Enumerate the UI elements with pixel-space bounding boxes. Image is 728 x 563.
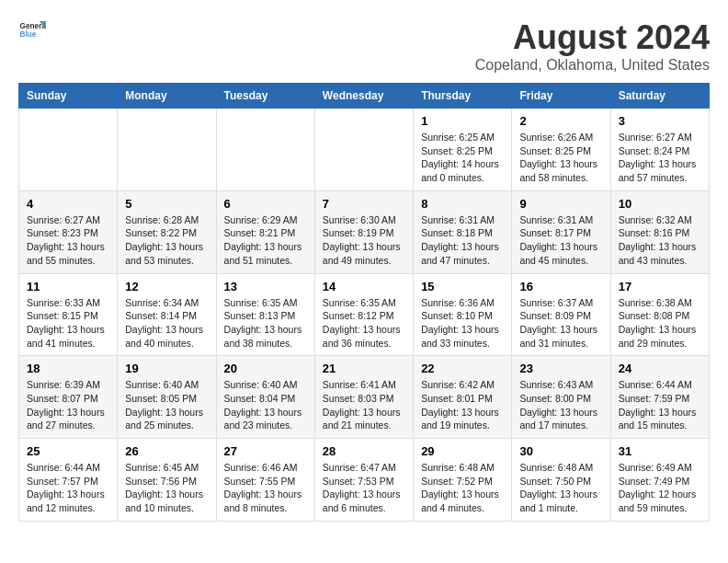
- calendar-cell: 21Sunrise: 6:41 AM Sunset: 8:03 PM Dayli…: [314, 356, 413, 439]
- calendar-cell: [314, 109, 413, 191]
- weekday-header-sunday: Sunday: [19, 84, 118, 109]
- day-number: 15: [421, 280, 504, 293]
- day-info: Sunrise: 6:44 AM Sunset: 7:57 PM Dayligh…: [27, 461, 109, 515]
- calendar-cell: 26Sunrise: 6:45 AM Sunset: 7:56 PM Dayli…: [118, 439, 216, 522]
- calendar-cell: 13Sunrise: 6:35 AM Sunset: 8:13 PM Dayli…: [216, 273, 314, 356]
- day-number: 20: [224, 362, 307, 375]
- weekday-header-tuesday: Tuesday: [216, 84, 314, 109]
- day-number: 2: [519, 114, 602, 128]
- day-info: Sunrise: 6:35 AM Sunset: 8:13 PM Dayligh…: [224, 296, 307, 350]
- day-number: 27: [224, 444, 307, 458]
- day-number: 29: [421, 444, 504, 458]
- main-title: August 2024: [475, 18, 710, 57]
- day-info: Sunrise: 6:42 AM Sunset: 8:01 PM Dayligh…: [421, 378, 504, 432]
- title-area: August 2024 Copeland, Oklahoma, United S…: [475, 18, 710, 74]
- calendar-cell: 16Sunrise: 6:37 AM Sunset: 8:09 PM Dayli…: [512, 273, 610, 356]
- day-number: 14: [323, 280, 405, 293]
- day-info: Sunrise: 6:25 AM Sunset: 8:25 PM Dayligh…: [421, 131, 504, 185]
- weekday-header-wednesday: Wednesday: [314, 84, 413, 109]
- calendar-week-1: 1Sunrise: 6:25 AM Sunset: 8:25 PM Daylig…: [19, 109, 710, 191]
- calendar-cell: 27Sunrise: 6:46 AM Sunset: 7:55 PM Dayli…: [216, 439, 314, 522]
- calendar-cell: 1Sunrise: 6:25 AM Sunset: 8:25 PM Daylig…: [414, 109, 512, 191]
- header: General Blue August 2024 Copeland, Oklah…: [18, 18, 710, 74]
- calendar-cell: 2Sunrise: 6:26 AM Sunset: 8:25 PM Daylig…: [512, 109, 610, 191]
- calendar-cell: 7Sunrise: 6:30 AM Sunset: 8:19 PM Daylig…: [314, 190, 413, 273]
- day-number: 25: [27, 444, 109, 458]
- calendar-week-4: 18Sunrise: 6:39 AM Sunset: 8:07 PM Dayli…: [19, 356, 710, 439]
- calendar-cell: 17Sunrise: 6:38 AM Sunset: 8:08 PM Dayli…: [610, 273, 709, 356]
- day-info: Sunrise: 6:27 AM Sunset: 8:23 PM Dayligh…: [27, 213, 109, 268]
- day-info: Sunrise: 6:43 AM Sunset: 8:00 PM Dayligh…: [519, 378, 602, 432]
- calendar-cell: 11Sunrise: 6:33 AM Sunset: 8:15 PM Dayli…: [19, 273, 118, 356]
- calendar-cell: 29Sunrise: 6:48 AM Sunset: 7:52 PM Dayli…: [414, 439, 512, 522]
- day-info: Sunrise: 6:46 AM Sunset: 7:55 PM Dayligh…: [224, 461, 307, 515]
- day-number: 5: [125, 197, 208, 211]
- calendar-cell: 22Sunrise: 6:42 AM Sunset: 8:01 PM Dayli…: [414, 356, 512, 439]
- day-info: Sunrise: 6:34 AM Sunset: 8:14 PM Dayligh…: [125, 296, 208, 350]
- day-number: 8: [421, 197, 504, 211]
- calendar-cell: 19Sunrise: 6:40 AM Sunset: 8:05 PM Dayli…: [118, 356, 216, 439]
- day-number: 13: [224, 280, 307, 293]
- calendar-cell: 23Sunrise: 6:43 AM Sunset: 8:00 PM Dayli…: [512, 356, 610, 439]
- calendar-cell: [118, 109, 216, 191]
- subtitle: Copeland, Oklahoma, United States: [475, 57, 710, 74]
- weekday-header-friday: Friday: [512, 84, 610, 109]
- day-number: 7: [323, 197, 405, 211]
- day-info: Sunrise: 6:28 AM Sunset: 8:22 PM Dayligh…: [125, 213, 208, 268]
- calendar-cell: 18Sunrise: 6:39 AM Sunset: 8:07 PM Dayli…: [19, 356, 118, 439]
- day-info: Sunrise: 6:32 AM Sunset: 8:16 PM Dayligh…: [619, 213, 701, 268]
- day-number: 4: [27, 197, 109, 211]
- calendar-cell: 5Sunrise: 6:28 AM Sunset: 8:22 PM Daylig…: [118, 190, 216, 273]
- calendar-table: SundayMondayTuesdayWednesdayThursdayFrid…: [18, 83, 710, 522]
- day-number: 18: [27, 362, 109, 375]
- calendar-week-5: 25Sunrise: 6:44 AM Sunset: 7:57 PM Dayli…: [19, 439, 710, 522]
- day-number: 24: [619, 362, 701, 375]
- day-info: Sunrise: 6:40 AM Sunset: 8:04 PM Dayligh…: [224, 378, 307, 432]
- day-info: Sunrise: 6:33 AM Sunset: 8:15 PM Dayligh…: [27, 296, 109, 350]
- day-number: 6: [224, 197, 307, 211]
- calendar-cell: 31Sunrise: 6:49 AM Sunset: 7:49 PM Dayli…: [610, 439, 709, 522]
- logo: General Blue: [18, 18, 46, 40]
- weekday-header-saturday: Saturday: [610, 84, 709, 109]
- day-info: Sunrise: 6:36 AM Sunset: 8:10 PM Dayligh…: [421, 296, 504, 350]
- calendar-cell: 4Sunrise: 6:27 AM Sunset: 8:23 PM Daylig…: [19, 190, 118, 273]
- day-number: 1: [421, 114, 504, 128]
- day-info: Sunrise: 6:37 AM Sunset: 8:09 PM Dayligh…: [519, 296, 602, 350]
- calendar-cell: 30Sunrise: 6:48 AM Sunset: 7:50 PM Dayli…: [512, 439, 610, 522]
- day-info: Sunrise: 6:27 AM Sunset: 8:24 PM Dayligh…: [619, 131, 701, 185]
- logo-icon: General Blue: [18, 18, 46, 40]
- calendar-cell: 12Sunrise: 6:34 AM Sunset: 8:14 PM Dayli…: [118, 273, 216, 356]
- day-info: Sunrise: 6:48 AM Sunset: 7:50 PM Dayligh…: [519, 461, 602, 515]
- day-info: Sunrise: 6:49 AM Sunset: 7:49 PM Dayligh…: [619, 461, 701, 515]
- day-number: 23: [519, 362, 602, 375]
- calendar-cell: 24Sunrise: 6:44 AM Sunset: 7:59 PM Dayli…: [610, 356, 709, 439]
- day-info: Sunrise: 6:31 AM Sunset: 8:18 PM Dayligh…: [421, 213, 504, 268]
- weekday-header-monday: Monday: [118, 84, 216, 109]
- day-info: Sunrise: 6:38 AM Sunset: 8:08 PM Dayligh…: [619, 296, 701, 350]
- day-number: 11: [27, 280, 109, 293]
- calendar-cell: 28Sunrise: 6:47 AM Sunset: 7:53 PM Dayli…: [314, 439, 413, 522]
- calendar-cell: 3Sunrise: 6:27 AM Sunset: 8:24 PM Daylig…: [610, 109, 709, 191]
- day-number: 3: [619, 114, 701, 128]
- calendar-cell: 6Sunrise: 6:29 AM Sunset: 8:21 PM Daylig…: [216, 190, 314, 273]
- day-info: Sunrise: 6:30 AM Sunset: 8:19 PM Dayligh…: [323, 213, 405, 268]
- day-info: Sunrise: 6:29 AM Sunset: 8:21 PM Dayligh…: [224, 213, 307, 268]
- calendar-cell: 8Sunrise: 6:31 AM Sunset: 8:18 PM Daylig…: [414, 190, 512, 273]
- day-number: 30: [519, 444, 602, 458]
- calendar-cell: 9Sunrise: 6:31 AM Sunset: 8:17 PM Daylig…: [512, 190, 610, 273]
- day-info: Sunrise: 6:35 AM Sunset: 8:12 PM Dayligh…: [323, 296, 405, 350]
- day-number: 31: [619, 444, 701, 458]
- calendar-week-3: 11Sunrise: 6:33 AM Sunset: 8:15 PM Dayli…: [19, 273, 710, 356]
- day-number: 9: [519, 197, 602, 211]
- day-number: 12: [125, 280, 208, 293]
- calendar-cell: 10Sunrise: 6:32 AM Sunset: 8:16 PM Dayli…: [610, 190, 709, 273]
- day-info: Sunrise: 6:39 AM Sunset: 8:07 PM Dayligh…: [27, 378, 109, 432]
- weekday-header-thursday: Thursday: [414, 84, 512, 109]
- day-info: Sunrise: 6:31 AM Sunset: 8:17 PM Dayligh…: [519, 213, 602, 268]
- day-info: Sunrise: 6:47 AM Sunset: 7:53 PM Dayligh…: [323, 461, 405, 515]
- day-info: Sunrise: 6:48 AM Sunset: 7:52 PM Dayligh…: [421, 461, 504, 515]
- day-number: 16: [519, 280, 602, 293]
- day-number: 28: [323, 444, 405, 458]
- weekday-header-row: SundayMondayTuesdayWednesdayThursdayFrid…: [19, 84, 710, 109]
- svg-text:Blue: Blue: [20, 30, 37, 39]
